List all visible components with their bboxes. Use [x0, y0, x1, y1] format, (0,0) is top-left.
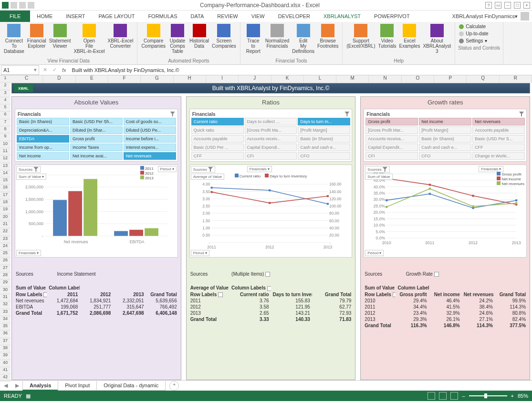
- slicer-item[interactable]: Income Taxes: [70, 144, 123, 151]
- slicer-item[interactable]: Gross profit: [365, 118, 418, 125]
- tab-xbrlanalyst[interactable]: XBRLAnalyst: [317, 10, 367, 22]
- slicer-item[interactable]: Accounts payable: [472, 126, 525, 134]
- zoom-in-button[interactable]: +: [511, 393, 514, 399]
- slicer-item[interactable]: Depreciation&A...: [17, 126, 69, 134]
- pivot-table-purple[interactable]: SourcesIncome Statement Sum of ValueColu…: [13, 261, 180, 316]
- filter-sumofvalue[interactable]: Sum of Value: [365, 174, 392, 180]
- macro-icon[interactable]: ▦: [26, 393, 31, 399]
- slicer-item[interactable]: Gross profit: [70, 135, 123, 143]
- slicer-item[interactable]: Change in Worki...: [472, 152, 525, 160]
- tab-home[interactable]: HOME: [30, 10, 59, 22]
- filter-financials[interactable]: Financials ▾: [247, 166, 272, 172]
- slicer-item[interactable]: Net income: [17, 152, 69, 160]
- ribbon-btn-xbrl-excel-converter[interactable]: XBRL-ExcelConverter: [106, 23, 134, 50]
- slicer-item[interactable]: Net income avai...: [70, 152, 123, 160]
- ribbon-btn-trace-to-report[interactable]: TracetoReport: [243, 23, 263, 55]
- slicer-item[interactable]: CFI: [365, 152, 418, 160]
- name-box[interactable]: A1▾: [1, 65, 39, 75]
- ribbon-btn-update-comps-table[interactable]: UpdateCompsTable: [167, 23, 188, 55]
- zoom-slider[interactable]: [469, 395, 507, 396]
- user-menu[interactable]: XBRLAnalyst FinDynamics ▾: [449, 10, 532, 22]
- filter-sources[interactable]: Sources: [191, 166, 215, 173]
- slicer-item[interactable]: Current ratio: [191, 118, 244, 125]
- slicer-item[interactable]: Cost of goods so...: [124, 118, 176, 125]
- ribbon-btn-historical-data[interactable]: HistoricalData: [188, 23, 210, 50]
- slicer-item[interactable]: CFO: [298, 152, 350, 160]
- slicer-item[interactable]: [Gross Profit Ma...: [245, 126, 297, 134]
- filter-period[interactable]: Period ▾: [191, 250, 209, 256]
- grid[interactable]: XBRL Built with XBRLAnalyst by FinDynami…: [10, 83, 532, 380]
- minimize-button[interactable]: –: [504, 2, 511, 9]
- slicer-item[interactable]: Net revenues: [472, 118, 525, 125]
- sheet-nav-next[interactable]: ▶: [11, 382, 23, 389]
- ribbon-btn-statement-viewer[interactable]: StatementViewer: [48, 23, 72, 50]
- slicer-item[interactable]: Basic (in Shares): [298, 135, 350, 143]
- view-page-break-icon[interactable]: [450, 392, 458, 400]
- undo-icon[interactable]: [19, 2, 26, 9]
- sheet-nav-prev[interactable]: ◀: [0, 382, 11, 389]
- pivot-table-green[interactable]: Sources(Multiple Items) Average of Value…: [188, 261, 355, 322]
- clear-filter-icon[interactable]: [519, 112, 524, 116]
- ribbon-options-button[interactable]: ▭: [495, 2, 501, 9]
- tab-insert[interactable]: INSERT: [59, 10, 92, 22]
- ribbon-btn-compare-companies[interactable]: CompareCompanies: [140, 23, 167, 50]
- tab-formulas[interactable]: FORMULAS: [141, 10, 184, 22]
- slicer-item[interactable]: Diluted (USD Pe...: [124, 126, 176, 134]
- settings-button[interactable]: Settings ▾: [458, 37, 500, 44]
- slicer-financials-purple[interactable]: Financials Basic (In Shares)Basic (USD P…: [15, 109, 178, 162]
- cancel-formula-icon[interactable]: ✕: [40, 67, 50, 73]
- ribbon-btn-excel-examples[interactable]: ExcelExamples: [398, 23, 421, 50]
- tab-view[interactable]: VIEW: [245, 10, 271, 22]
- filter-period[interactable]: Period ▾: [158, 166, 177, 172]
- slicer-item[interactable]: Capital Expendi...: [245, 144, 297, 151]
- slicer-item[interactable]: Quick ratio: [191, 126, 244, 134]
- formula-bar[interactable]: Built with XBRLAnalyst by FinDynamics, I…: [69, 67, 532, 73]
- slicer-item[interactable]: [Profit Margin]: [419, 126, 471, 134]
- row-headers[interactable]: 1234567891011121314151617181920212223242…: [0, 75, 10, 380]
- slicer-item[interactable]: Income from op...: [17, 144, 69, 151]
- ribbon-btn-financial-explorer[interactable]: FinancialExplorer: [26, 23, 47, 50]
- sheet-tab-analysis[interactable]: Analysis: [22, 381, 58, 391]
- ribbon-btn-screen-companies[interactable]: ScreenCompanies: [211, 23, 237, 50]
- slicer-item[interactable]: Basic (USD Per ...: [191, 144, 244, 151]
- enter-formula-icon[interactable]: ✓: [50, 67, 59, 73]
- slicer-financials-green[interactable]: Financials Current ratioDays to collect …: [189, 109, 353, 162]
- filter-sumofvalue[interactable]: Sum of Value ▾: [16, 174, 46, 180]
- ribbon-btn-support-excel-xbrl-[interactable]: Support(Excel/XBRL): [345, 23, 376, 50]
- slicer-item[interactable]: Accounts payable: [191, 135, 244, 143]
- tab-powerpivot[interactable]: POWERPIVOT: [367, 10, 417, 22]
- tab-file[interactable]: FILE: [0, 10, 30, 22]
- slicer-item[interactable]: Cash and cash e...: [419, 144, 471, 151]
- fx-icon[interactable]: fx: [59, 67, 69, 73]
- close-button[interactable]: ×: [523, 2, 530, 9]
- slicer-item[interactable]: Days to collect ...: [245, 118, 297, 125]
- slicer-item[interactable]: CFO: [419, 152, 471, 160]
- column-headers[interactable]: CDEFGHIJKLMNOPQR: [10, 75, 532, 83]
- slicer-item[interactable]: Accounts receiva...: [365, 135, 418, 143]
- sheet-tab-original-data---dynamic[interactable]: Original Data - dynamic: [96, 381, 166, 391]
- ribbon-btn-edit-my-definitions[interactable]: EditMyDefinitions: [291, 23, 315, 55]
- slicer-item[interactable]: Capital Expendit...: [365, 144, 418, 151]
- clear-filter-icon[interactable]: [344, 112, 349, 116]
- slicer-financials-pink[interactable]: Financials Gross profitNet incomeNet rev…: [364, 109, 527, 162]
- sheet-tab-pivot-input[interactable]: Pivot Input: [58, 381, 97, 391]
- slicer-item[interactable]: Accounts receiv...: [245, 135, 297, 143]
- ribbon-btn-about-xbrlanalyst-[interactable]: AboutXBRLAnalyst3: [422, 23, 452, 55]
- filter-sources[interactable]: Sources: [365, 166, 389, 173]
- add-sheet-button[interactable]: +: [169, 381, 179, 391]
- slicer-item[interactable]: EBITDA: [17, 135, 69, 143]
- filter-sources[interactable]: Sources: [16, 166, 41, 173]
- filter-period[interactable]: Period ▾: [365, 250, 384, 256]
- pivot-table-pink[interactable]: SourcesGrowth Rate Sum of ValueColumn La…: [362, 261, 529, 329]
- save-icon[interactable]: [10, 2, 17, 9]
- slicer-item[interactable]: Net income: [419, 118, 471, 125]
- redo-icon[interactable]: [28, 2, 34, 9]
- calculate-button[interactable]: Calculate: [458, 23, 500, 30]
- slicer-item[interactable]: Basic (USD Per S...: [472, 135, 525, 143]
- slicer-item[interactable]: CFF: [472, 144, 525, 151]
- slicer-item[interactable]: Net revenues: [124, 152, 176, 160]
- slicer-item[interactable]: Basic (USD Per Sh...: [70, 118, 123, 125]
- ribbon-btn-video-tutorials[interactable]: VideoTutorials: [377, 23, 397, 50]
- ribbon-btn-browse-footnotes[interactable]: BrowseFootnotes: [316, 23, 339, 50]
- zoom-out-button[interactable]: –: [462, 393, 465, 399]
